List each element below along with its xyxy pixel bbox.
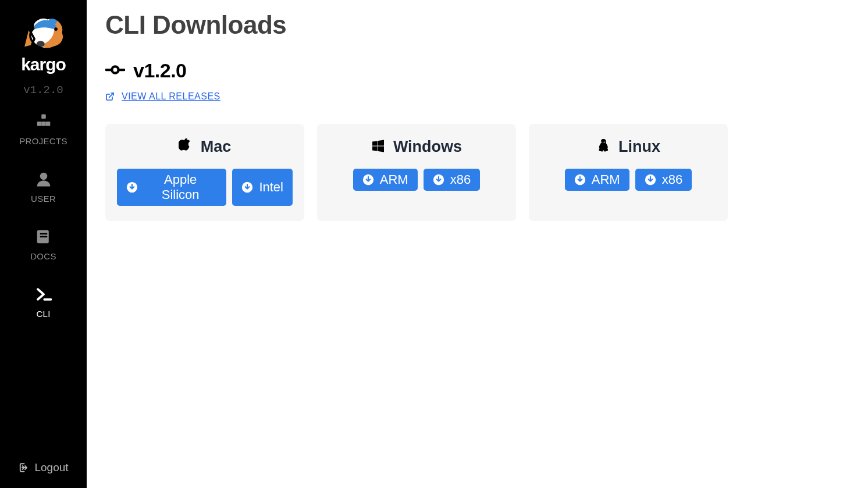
apple-icon: [179, 138, 193, 156]
card-title: Windows: [393, 138, 462, 156]
download-card-mac: Mac Apple Silicon Intel: [105, 124, 304, 221]
svg-point-6: [40, 173, 47, 180]
download-label: x86: [450, 172, 471, 187]
sidebar-item-docs[interactable]: DOCS: [0, 228, 87, 261]
sidebar-item-user[interactable]: USER: [0, 170, 87, 204]
release-heading: v1.2.0: [105, 59, 849, 82]
card-title: Mac: [201, 138, 232, 156]
download-windows-x86[interactable]: x86: [424, 169, 480, 191]
sidebar-item-label: PROJECTS: [19, 136, 67, 146]
sidebar-version: v1.2.0: [23, 84, 63, 97]
brand-logo[interactable]: kargo: [18, 8, 69, 74]
sidebar-item-cli[interactable]: CLI: [0, 286, 87, 319]
download-card-windows: Windows ARM x86: [317, 124, 516, 221]
page-title: CLI Downloads: [105, 10, 849, 40]
download-cards: Mac Apple Silicon Intel Windows: [105, 124, 849, 221]
kargo-mascot-icon: [18, 8, 69, 59]
svg-rect-4: [45, 122, 50, 126]
book-icon: [35, 228, 52, 245]
terminal-icon: [35, 286, 52, 303]
download-mac-intel[interactable]: Intel: [232, 169, 293, 206]
svg-rect-3: [37, 122, 41, 126]
download-circle-icon: [362, 174, 374, 186]
svg-rect-2: [41, 115, 46, 119]
boxes-icon: [35, 113, 52, 130]
brand-name: kargo: [21, 55, 66, 74]
download-label: Apple Silicon: [144, 172, 218, 202]
card-title: Linux: [618, 138, 660, 156]
logout-button[interactable]: Logout: [0, 461, 87, 474]
download-linux-arm[interactable]: ARM: [565, 169, 629, 191]
download-circle-icon: [433, 174, 444, 186]
sidebar-item-label: DOCS: [30, 251, 56, 261]
download-label: ARM: [380, 172, 408, 187]
sidebar-item-projects[interactable]: PROJECTS: [0, 113, 87, 146]
download-circle-icon: [645, 174, 656, 186]
download-card-linux: Linux ARM x86: [529, 124, 728, 221]
logout-label: Logout: [34, 461, 68, 474]
download-mac-apple-silicon[interactable]: Apple Silicon: [117, 169, 226, 206]
sidebar-item-label: CLI: [36, 309, 50, 319]
download-circle-icon: [241, 181, 253, 193]
download-label: x86: [662, 172, 682, 187]
view-all-releases-link[interactable]: VIEW ALL RELEASES: [105, 91, 220, 102]
sidebar: kargo v1.2.0 PROJECTS USER DOCS CLI Logo…: [0, 0, 87, 488]
download-linux-x86[interactable]: x86: [635, 169, 692, 191]
svg-rect-8: [40, 236, 47, 238]
svg-rect-5: [41, 122, 46, 126]
linux-icon: [596, 138, 610, 156]
download-windows-arm[interactable]: ARM: [353, 169, 418, 191]
view-all-releases-label: VIEW ALL RELEASES: [122, 91, 220, 102]
svg-line-14: [109, 93, 113, 97]
download-label: Intel: [259, 180, 283, 195]
external-link-icon: [105, 92, 115, 101]
windows-icon: [371, 138, 385, 156]
svg-point-0: [54, 27, 58, 31]
user-icon: [35, 170, 52, 188]
commit-icon: [105, 60, 125, 82]
sidebar-item-label: USER: [31, 194, 56, 204]
download-circle-icon: [126, 181, 138, 193]
download-label: ARM: [592, 172, 620, 187]
main-content: CLI Downloads v1.2.0 VIEW ALL RELEASES M…: [87, 0, 868, 488]
svg-rect-7: [40, 233, 47, 235]
logout-icon: [18, 462, 29, 473]
download-circle-icon: [574, 174, 586, 186]
release-version: v1.2.0: [133, 59, 187, 82]
